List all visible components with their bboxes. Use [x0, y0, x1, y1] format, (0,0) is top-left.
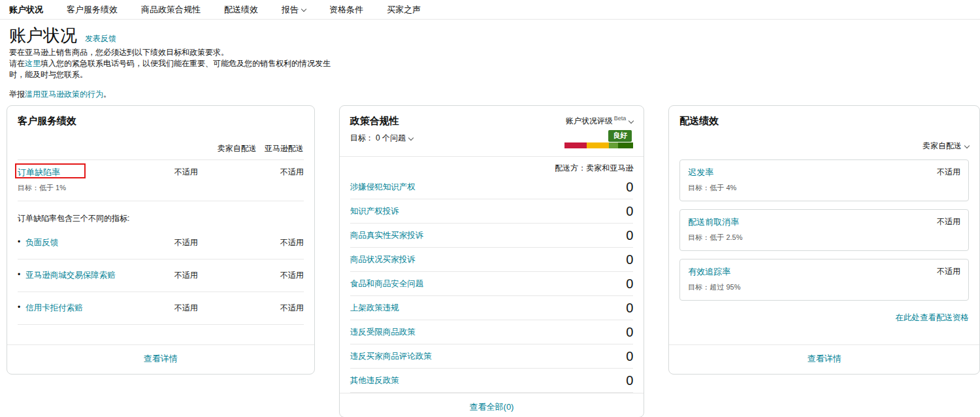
cancellation-rate-box: 配送前取消率 目标：低于 2.5% 不适用 — [679, 209, 969, 251]
top-nav: 账户状况 客户服务绩效 商品政策合规性 配送绩效 报告 资格条件 买家之声 — [0, 0, 980, 20]
account-health-rating-bar: 良好 — [564, 142, 633, 148]
description-line-1: 要在亚马逊上销售商品，您必须达到以下绩效目标和政策要求。 — [9, 47, 971, 58]
policy-target-dropdown[interactable]: 目标： 0 个问题 — [350, 133, 413, 144]
page-title: 账户状况 — [9, 25, 77, 46]
policy-row-restricted-products: 违反受限商品政策 0 — [350, 320, 634, 344]
account-health-rating-dropdown[interactable]: 账户状况评级Beta — [566, 115, 634, 127]
policy-row-review-violations: 违反买家商品评论政策 0 — [350, 344, 634, 369]
rating-segment-green — [609, 142, 618, 148]
negative-feedback-link[interactable]: 负面反馈 — [25, 238, 58, 247]
review-policy-violations-count: 0 — [626, 349, 633, 364]
shipping-details-link[interactable]: 查看详情 — [808, 354, 841, 363]
review-policy-violations-link[interactable]: 违反买家商品评论政策 — [350, 351, 432, 362]
late-shipment-rate-box: 迟发率 目标：低于 4% 不适用 — [679, 159, 969, 201]
chevron-down-icon — [408, 135, 414, 141]
food-safety-issues-count: 0 — [626, 276, 633, 292]
food-safety-issues-link[interactable]: 食品和商品安全问题 — [350, 278, 424, 290]
late-shipment-rate-link[interactable]: 迟发率 — [688, 167, 713, 177]
nav-customer-service-performance[interactable]: 客户服务绩效 — [67, 4, 118, 16]
shipping-performance-card: 配送绩效 卖家自配送 迟发率 目标：低于 4% 不适用 配送前取消率 目标：低于… — [668, 105, 980, 375]
rating-segment-green-dark — [618, 142, 633, 148]
seller-fulfilled-column-header: 卖家自配送 — [218, 143, 257, 154]
page-description: 要在亚马逊上销售商品，您必须达到以下绩效目标和政策要求。 请在这里填入您的紧急联… — [9, 47, 971, 80]
late-shipment-rate-value: 不适用 — [937, 167, 960, 178]
chevron-down-icon — [629, 118, 634, 124]
atoz-claims-seller-value: 不适用 — [147, 270, 225, 281]
odr-target: 目标：低于 1% — [18, 183, 147, 193]
page-header: 账户状况 发表反馈 要在亚马逊上销售商品，您必须达到以下绩效目标和政策要求。 请… — [0, 20, 980, 100]
valid-tracking-rate-link[interactable]: 有效追踪率 — [688, 267, 730, 276]
policy-row-authenticity-complaints: 商品真实性买家投诉 0 — [350, 224, 634, 248]
valid-tracking-rate-value: 不适用 — [937, 266, 960, 277]
authenticity-complaints-count: 0 — [626, 228, 633, 243]
restricted-product-violations-count: 0 — [626, 325, 633, 340]
other-policy-violations-link[interactable]: 其他违反政策 — [350, 375, 399, 386]
nav-product-policy-compliance[interactable]: 商品政策合规性 — [141, 4, 201, 16]
shipping-filter-dropdown[interactable]: 卖家自配送 — [669, 127, 979, 159]
bullet-icon: • — [18, 303, 20, 312]
condition-complaints-link[interactable]: 商品状况买家投诉 — [350, 254, 416, 265]
nav-account-health[interactable]: 账户状况 — [9, 4, 43, 16]
customer-service-details-link[interactable]: 查看详情 — [144, 354, 178, 363]
ip-complaints-link[interactable]: 知识产权投诉 — [350, 206, 399, 217]
metric-row-chargeback-claims: • 信用卡拒付索赔 不适用 不适用 — [18, 292, 304, 325]
beta-tag: Beta — [614, 115, 627, 122]
odr-row: 订单缺陷率 目标：低于 1% 不适用 不适用 — [18, 159, 304, 201]
bullet-icon: • — [18, 270, 20, 279]
policy-row-condition-complaints: 商品状况买家投诉 0 — [350, 248, 634, 272]
policy-compliance-card: 政策合规性 目标： 0 个问题 账户状况评级Beta 良好 配送方：卖家和亚马逊… — [339, 105, 645, 417]
cancellation-rate-link[interactable]: 配送前取消率 — [688, 217, 739, 227]
nav-voice-of-customer[interactable]: 买家之声 — [387, 4, 421, 16]
valid-tracking-rate-box: 有效追踪率 目标：超过 95% 不适用 — [679, 259, 969, 301]
policy-compliance-footer: 查看全部(0) — [340, 393, 644, 417]
report-abuse-line: 举报滥用亚马逊政策的行为。 — [9, 89, 971, 100]
condition-complaints-count: 0 — [626, 252, 633, 267]
shipping-performance-footer: 查看详情 — [669, 344, 979, 374]
policy-row-other-violations: 其他违反政策 0 — [350, 369, 634, 393]
chargeback-claims-link[interactable]: 信用卡拒付索赔 — [25, 303, 83, 312]
customer-service-title: 客户服务绩效 — [18, 115, 304, 127]
amazon-fulfilled-column-header: 亚马逊配送 — [265, 143, 304, 154]
listing-policy-violations-link[interactable]: 上架政策违规 — [350, 303, 399, 314]
odr-link[interactable]: 订单缺陷率 — [18, 167, 60, 177]
fulfilled-by-label: 配送方：卖家和亚马逊 — [340, 157, 644, 175]
policy-row-suspected-ip: 涉嫌侵犯知识产权 0 — [350, 175, 634, 199]
odr-note: 订单缺陷率包含三个不同的指标: — [7, 201, 314, 227]
policy-row-ip-complaints: 知识产权投诉 0 — [350, 199, 634, 224]
late-shipment-rate-target: 目标：低于 4% — [688, 183, 736, 193]
policy-compliance-header: 政策合规性 目标： 0 个问题 账户状况评级Beta 良好 — [340, 106, 644, 157]
atoz-claims-link[interactable]: 亚马逊商城交易保障索赔 — [25, 271, 116, 280]
chargeback-claims-amazon-value: 不适用 — [238, 303, 304, 314]
view-all-link[interactable]: 查看全部(0) — [470, 402, 514, 412]
atoz-claims-amazon-value: 不适用 — [238, 270, 304, 281]
odr-metric-list: • 负面反馈 不适用 不适用 • 亚马逊商城交易保障索赔 不适用 不适用 • 信… — [7, 227, 314, 325]
ip-complaints-count: 0 — [626, 204, 633, 219]
shipping-performance-title: 配送绩效 — [679, 115, 969, 127]
emergency-contact-link[interactable]: 这里 — [25, 59, 41, 68]
rating-segment-yellow — [587, 142, 609, 148]
report-abuse-link[interactable]: 滥用亚马逊政策的行为 — [25, 90, 103, 99]
other-policy-violations-count: 0 — [626, 373, 633, 388]
nav-reports[interactable]: 报告 — [282, 4, 306, 16]
cancellation-rate-target: 目标：低于 2.5% — [688, 233, 742, 242]
authenticity-complaints-link[interactable]: 商品真实性买家投诉 — [350, 230, 424, 241]
nav-eligibility[interactable]: 资格条件 — [329, 4, 363, 16]
chargeback-claims-seller-value: 不适用 — [147, 303, 225, 314]
shipping-eligibility-link[interactable]: 在此处查看配送资格 — [896, 313, 970, 322]
rating-segment-red — [564, 142, 587, 148]
odr-seller-value: 不适用 — [147, 167, 225, 178]
restricted-product-violations-link[interactable]: 违反受限商品政策 — [350, 327, 416, 338]
policy-violation-list: 涉嫌侵犯知识产权 0 知识产权投诉 0 商品真实性买家投诉 0 商品状况买家投诉… — [340, 175, 644, 393]
suspected-ip-violations-count: 0 — [626, 180, 633, 195]
description-line-2: 请在这里填入您的紧急联系电话号码，以便我们能在重要、可能危及您的销售权利的情况发… — [9, 58, 971, 69]
suspected-ip-violations-link[interactable]: 涉嫌侵犯知识产权 — [350, 182, 416, 193]
customer-service-footer: 查看详情 — [7, 344, 314, 374]
rating-badge: 良好 — [608, 130, 632, 142]
nav-shipping-performance[interactable]: 配送绩效 — [224, 4, 258, 16]
customer-service-card: 客户服务绩效 卖家自配送 亚马逊配送 订单缺陷率 目标：低于 1% 不适用 不适… — [7, 105, 315, 375]
negative-feedback-amazon-value: 不适用 — [238, 237, 304, 248]
negative-feedback-seller-value: 不适用 — [147, 237, 225, 248]
valid-tracking-rate-target: 目标：超过 95% — [688, 282, 740, 292]
fulfillment-column-headers: 卖家自配送 亚马逊配送 — [7, 127, 314, 159]
feedback-link[interactable]: 发表反馈 — [85, 33, 116, 44]
